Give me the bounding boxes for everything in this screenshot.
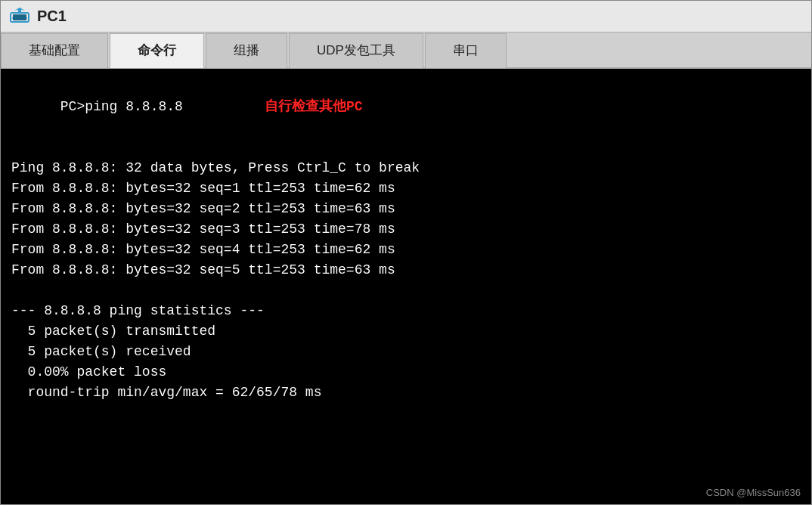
ping-line-4: From 8.8.8.8: bytes=32 seq=4 ttl=253 tim… [11,240,801,260]
tab-command-line[interactable]: 命令行 [110,33,204,68]
stats-line-4: round-trip min/avg/max = 62/65/78 ms [11,383,801,403]
blank-line-2 [11,280,801,301]
ping-line-2: From 8.8.8.8: bytes=32 seq=2 ttl=253 tim… [11,199,801,219]
ping-line-3: From 8.8.8.8: bytes=32 seq=3 ttl=253 tim… [11,219,801,240]
ping-header: Ping 8.8.8.8: 32 data bytes, Press Ctrl_… [11,158,801,178]
ping-line-1: From 8.8.8.8: bytes=32 seq=1 ttl=253 tim… [11,178,801,199]
tab-udp-tool[interactable]: UDP发包工具 [289,33,423,68]
tab-multicast[interactable]: 组播 [206,33,287,68]
ping-line-5: From 8.8.8.8: bytes=32 seq=5 ttl=253 tim… [11,260,801,280]
terminal-content: PC>ping 8.8.8.8 自行检查其他PC [11,76,801,138]
svg-rect-2 [13,14,26,20]
command-line: PC>ping 8.8.8.8 [60,99,183,114]
window-title: PC1 [37,8,67,25]
main-window: PC1 基础配置 命令行 组播 UDP发包工具 串口 PC>ping 8.8.8… [0,0,812,505]
watermark: CSDN @MissSun636 [706,487,801,498]
svg-rect-4 [18,9,21,13]
stats-header: --- 8.8.8.8 ping statistics --- [11,301,801,321]
stats-line-2: 5 packet(s) received [11,342,801,362]
notice-text: 自行检查其他PC [183,99,363,114]
terminal-area[interactable]: PC>ping 8.8.8.8 自行检查其他PC Ping 8.8.8.8: 3… [1,69,811,504]
tab-basic-config[interactable]: 基础配置 [1,33,108,68]
stats-line-1: 5 packet(s) transmitted [11,321,801,342]
window-icon [10,7,29,26]
stats-line-3: 0.00% packet loss [11,362,801,383]
tab-serial[interactable]: 串口 [425,33,507,68]
title-bar: PC1 [1,1,811,33]
tab-bar: 基础配置 命令行 组播 UDP发包工具 串口 [1,33,811,69]
blank-line-1 [11,138,801,158]
